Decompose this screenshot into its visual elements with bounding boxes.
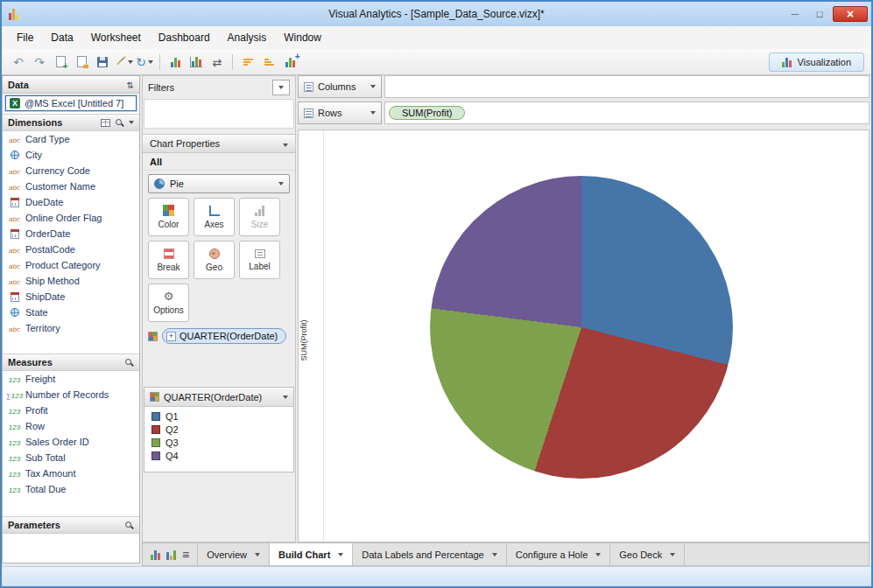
break-button[interactable]: Break (148, 241, 189, 279)
dimension-item[interactable]: City (3, 147, 139, 163)
menu-worksheet[interactable]: Worksheet (83, 28, 149, 47)
legend-item[interactable]: Q2 (151, 424, 286, 435)
menu-file[interactable]: File (9, 28, 41, 47)
data-panel-header: Data (3, 76, 139, 94)
dimension-item[interactable]: ShipDate (3, 289, 139, 304)
filters-dropzone[interactable] (144, 99, 294, 129)
dimension-item[interactable]: OrderDate (3, 226, 139, 242)
chart-axes-button[interactable] (187, 52, 206, 73)
geo-button[interactable]: Geo (194, 241, 235, 279)
close-button[interactable] (833, 6, 868, 22)
save-button[interactable] (93, 52, 112, 73)
parameters-title: Parameters (8, 520, 60, 530)
dimensions-list: Card Type City Currency Code Customer Na… (3, 131, 139, 354)
data-source-item[interactable]: @MS Excel [Untitled 7] (5, 95, 137, 111)
columns-shelf-button[interactable]: Columns (298, 75, 382, 98)
chevron-down-icon (370, 85, 376, 88)
chart-canvas[interactable]: SUM(Profit) (298, 130, 869, 542)
undo-icon: ↶ (13, 56, 24, 68)
toolbar: ↶ ↷ Visualization (2, 49, 871, 75)
search-icon[interactable] (124, 521, 134, 530)
open-icon (77, 56, 87, 67)
legend-header[interactable]: QUARTER(OrderDate) (144, 388, 293, 407)
label-button[interactable]: Label (239, 241, 280, 279)
menu-dashboard[interactable]: Dashboard (151, 28, 218, 47)
reorder-icon[interactable] (127, 80, 134, 90)
menu-analysis[interactable]: Analysis (220, 28, 275, 47)
dimension-item[interactable]: Product Category (3, 257, 139, 273)
rows-shelf-button[interactable]: Rows (298, 102, 382, 124)
search-icon[interactable] (124, 358, 134, 368)
dimension-item[interactable]: Online Order Flag (3, 210, 139, 226)
columns-dropzone[interactable] (384, 75, 869, 98)
dimension-item[interactable]: Customer Name (3, 178, 139, 194)
measure-item[interactable]: Row (3, 418, 139, 434)
window-title: Visual Analytics - [Sample_Data_Source.v… (2, 8, 871, 20)
expand-icon[interactable] (166, 332, 176, 341)
options-button[interactable]: Options (148, 284, 189, 322)
measure-item[interactable]: Total Due (3, 481, 139, 497)
measure-item[interactable]: Profit (3, 402, 139, 418)
filters-combo[interactable] (272, 80, 290, 95)
tab-data-labels[interactable]: Data Labels and Percentage (353, 543, 506, 565)
minimize-button[interactable] (784, 6, 806, 22)
legend-item[interactable]: Q4 (151, 451, 286, 461)
toolbar-separator (159, 54, 160, 70)
legend-item[interactable]: Q3 (151, 438, 286, 448)
open-button[interactable] (72, 52, 91, 73)
legend-item[interactable]: Q1 (151, 411, 286, 422)
menu-window[interactable]: Window (276, 28, 329, 47)
redo-icon: ↷ (34, 56, 45, 68)
menu-data[interactable]: Data (43, 28, 81, 47)
maximize-button[interactable] (808, 6, 831, 22)
refresh-button[interactable] (135, 52, 154, 73)
search-icon[interactable] (115, 118, 124, 128)
list-menu-icon[interactable] (182, 547, 189, 563)
color-button[interactable]: Color (148, 198, 189, 236)
date-icon (6, 292, 23, 302)
sort-descending-button[interactable] (238, 52, 257, 73)
rows-dropzone[interactable]: SUM(Profit) (384, 102, 869, 124)
measure-item[interactable]: Tax Amount (3, 466, 139, 481)
measure-item[interactable]: Number of Records (3, 387, 139, 402)
measure-item[interactable]: Freight (3, 371, 139, 387)
dimension-item[interactable]: PostalCode (3, 242, 139, 257)
chart-grid-icon (190, 57, 202, 67)
add-chart-button[interactable] (280, 52, 299, 73)
app-window: Visual Analytics - [Sample_Data_Source.v… (0, 0, 873, 588)
dimension-item[interactable]: State (3, 304, 139, 320)
chart-button[interactable] (165, 52, 185, 73)
color-binding-chip[interactable]: QUARTER(OrderDate) (162, 328, 286, 344)
scope-label: All (143, 153, 295, 171)
chart-properties-header[interactable]: Chart Properties (143, 134, 295, 153)
pie-chart[interactable] (430, 176, 733, 479)
measure-item[interactable]: Sales Order ID (3, 434, 139, 450)
chevron-down-icon[interactable] (129, 121, 134, 124)
legend-panel: QUARTER(OrderDate) Q1 Q2 Q3 Q4 (144, 387, 294, 472)
tab-geo-deck[interactable]: Geo Deck (610, 543, 685, 565)
undo-button[interactable]: ↶ (9, 52, 28, 73)
chart-type-select[interactable]: Pie (148, 174, 290, 193)
redo-button[interactable]: ↷ (30, 52, 49, 73)
dimension-item[interactable]: Ship Method (3, 273, 139, 289)
table-view-icon[interactable] (101, 119, 110, 127)
dimension-item[interactable]: Territory (3, 320, 139, 336)
columns-shelf: Columns (298, 75, 869, 98)
swap-axes-button[interactable] (208, 52, 227, 73)
chart-list-icon[interactable] (166, 550, 176, 560)
rows-field-chip[interactable]: SUM(Profit) (389, 106, 465, 120)
tab-build-chart[interactable]: Build Chart (270, 543, 353, 565)
wand-button[interactable] (114, 52, 133, 73)
dimension-item[interactable]: DueDate (3, 194, 139, 210)
dimension-item[interactable]: Currency Code (3, 163, 139, 178)
gear-icon (164, 290, 174, 302)
visualization-button[interactable]: Visualization (769, 52, 864, 72)
tab-configure-hole[interactable]: Configure a Hole (507, 543, 611, 565)
new-sheet-button[interactable] (51, 52, 70, 73)
sort-ascending-button[interactable] (259, 52, 278, 73)
measure-item[interactable]: Sub Total (3, 450, 139, 466)
dimension-item[interactable]: Card Type (3, 131, 139, 147)
axes-button[interactable]: Axes (194, 198, 235, 236)
tab-overview[interactable]: Overview (198, 543, 270, 565)
new-chart-icon[interactable] (151, 550, 160, 560)
